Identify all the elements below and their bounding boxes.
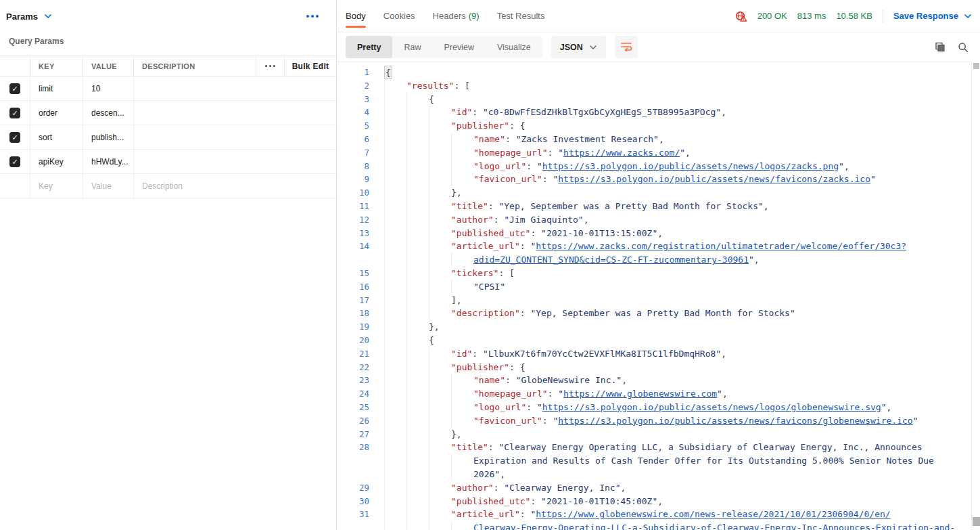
code-token: ": [870, 173, 876, 186]
response-tabs: Body Cookies Headers (9) Test Results: [337, 0, 980, 32]
indent-guide: [384, 133, 406, 146]
indent-guide: [451, 401, 473, 414]
bulk-edit-button[interactable]: Bulk Edit: [284, 56, 336, 76]
view-mode-raw[interactable]: Raw: [392, 36, 432, 58]
code-token: :: [526, 401, 537, 414]
code-token: ": [558, 387, 563, 401]
header-more-icon[interactable]: [256, 56, 284, 76]
line-number: 12: [337, 213, 369, 227]
param-description-input[interactable]: Description: [133, 174, 336, 198]
tab-cookies[interactable]: Cookies: [383, 0, 415, 32]
param-checkbox[interactable]: ✓: [9, 132, 20, 143]
param-description-cell[interactable]: [133, 150, 336, 173]
code-token: ,: [620, 481, 626, 495]
save-response-button[interactable]: Save Response: [893, 11, 972, 21]
url-link[interactable]: https://s3.polygon.io/public/assets/news…: [542, 401, 881, 414]
code-line: "title": "Clearway Energy Operating LLC,…: [369, 441, 923, 454]
code-token: "title": [451, 441, 488, 454]
indent-guide: [429, 240, 451, 253]
url-link[interactable]: https://s3.polygon.io/public/assets/news…: [558, 173, 870, 186]
line-number: [337, 253, 369, 267]
response-body[interactable]: 1{2"results": [3{4"id": "c0-8DwFfESdZHkB…: [337, 62, 971, 530]
indent-guide: [406, 307, 429, 320]
code-line: Expiration and Results of Cash Tender Of…: [369, 454, 934, 468]
params-section-toggle[interactable]: Params: [6, 12, 52, 22]
param-value-input[interactable]: Value: [83, 174, 133, 198]
code-row: 24"homepage_url": "https://www.globenews…: [337, 387, 971, 401]
indent-guide: [406, 106, 429, 119]
param-key-cell[interactable]: order: [30, 101, 83, 125]
indent-guide: [406, 374, 429, 387]
param-description-cell[interactable]: [133, 101, 336, 125]
code-row: 10},: [337, 186, 971, 200]
format-select[interactable]: JSON: [551, 36, 606, 58]
chevron-down-icon: [964, 12, 972, 20]
params-title: Params: [6, 12, 38, 22]
scrollbar-thumb[interactable]: [973, 63, 979, 69]
code-token: ,: [659, 133, 664, 146]
param-checkbox[interactable]: ✓: [9, 83, 20, 94]
network-error-icon[interactable]: [735, 10, 747, 22]
code-token: "title": [451, 200, 488, 213]
view-mode-visualize[interactable]: Visualize: [486, 36, 542, 58]
param-checkbox[interactable]: ✓: [9, 108, 20, 118]
indent-guide: [451, 146, 473, 160]
code-token: :: [494, 481, 505, 495]
code-row: 23"name": "GlobeNewswire Inc.",: [337, 374, 971, 387]
url-link[interactable]: Clearway-Energy-Operating-LLC-a-Subsidia…: [473, 521, 955, 530]
tab-headers[interactable]: Headers (9): [433, 0, 480, 32]
url-link[interactable]: https://www.globenewswire.com/news-relea…: [536, 508, 890, 521]
view-mode-pretty[interactable]: Pretty: [346, 36, 392, 58]
indent-guide: [384, 347, 406, 361]
status-code[interactable]: 200 OK: [757, 11, 787, 21]
param-value-cell[interactable]: 10: [83, 76, 133, 100]
code-line: },: [369, 428, 462, 441]
line-number: 28: [337, 441, 369, 454]
code-line: "CPSI": [369, 280, 505, 294]
params-more-icon[interactable]: [306, 15, 319, 18]
indent-guide: [384, 387, 406, 401]
scrollbar-corner[interactable]: [973, 517, 980, 526]
code-token: : {: [509, 361, 525, 374]
indent-guide: [429, 387, 451, 401]
code-token: :: [520, 508, 531, 521]
search-icon[interactable]: [957, 41, 969, 53]
indent-guide: [384, 213, 406, 227]
view-mode-preview[interactable]: Preview: [432, 36, 485, 58]
param-description-cell[interactable]: [133, 76, 336, 100]
param-value-cell[interactable]: publish...: [83, 125, 133, 149]
param-key-input[interactable]: Key: [30, 174, 83, 198]
response-size[interactable]: 10.58 KB: [836, 11, 872, 21]
param-checkbox[interactable]: ✓: [9, 156, 20, 167]
url-link[interactable]: https://www.zacks.com/: [563, 146, 680, 160]
code-row: 11"title": "Yep, September was a Pretty …: [337, 200, 971, 213]
url-link[interactable]: https://www.zacks.com/registration/ultim…: [536, 240, 906, 253]
code-token: :: [472, 106, 483, 119]
indent-guide: [384, 307, 406, 320]
line-number: 30: [337, 495, 369, 508]
param-description-cell[interactable]: [133, 125, 336, 149]
indent-guide: [406, 454, 429, 468]
param-value-cell[interactable]: descen...: [83, 101, 133, 125]
param-key-cell[interactable]: limit: [30, 76, 83, 100]
url-link[interactable]: https://www.globenewswire.com: [563, 387, 717, 401]
indent-guide: [406, 267, 429, 280]
response-time[interactable]: 813 ms: [797, 11, 826, 21]
copy-icon[interactable]: [934, 41, 946, 53]
vertical-scrollbar[interactable]: [971, 62, 980, 530]
param-rows: ✓limit10✓orderdescen...✓sortpublish...✓a…: [0, 76, 336, 198]
indent-guide: [429, 133, 451, 146]
code-line: {: [369, 334, 434, 347]
code-token: : [: [454, 79, 469, 93]
indent-guide: [406, 495, 429, 508]
url-link[interactable]: https://s3.polygon.io/public/assets/news…: [542, 160, 839, 173]
indent-guide: [406, 173, 429, 186]
tab-body[interactable]: Body: [346, 0, 366, 32]
param-key-cell[interactable]: apiKey: [30, 150, 83, 173]
wrap-lines-button[interactable]: [615, 36, 638, 58]
url-link[interactable]: adid=ZU_CONTENT_SYND&cid=CS-ZC-FT-zucomm…: [473, 253, 749, 267]
param-value-cell[interactable]: hHWdLy...: [83, 150, 133, 173]
param-key-cell[interactable]: sort: [30, 125, 83, 149]
tab-test-results[interactable]: Test Results: [497, 0, 545, 32]
url-link[interactable]: https://s3.polygon.io/public/assets/news…: [558, 414, 912, 428]
